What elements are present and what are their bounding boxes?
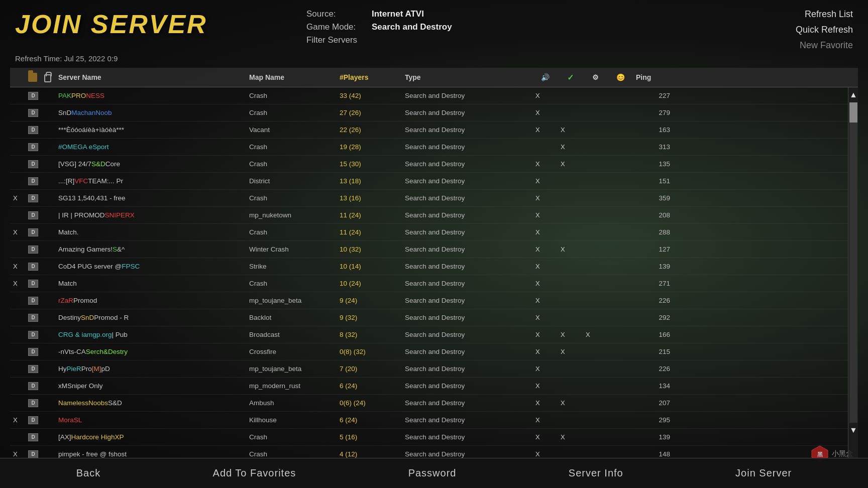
player-count: 13 (18)	[337, 176, 402, 186]
col-c2	[558, 197, 583, 199]
table-row[interactable]: DrZaR Promodmp_toujane_beta9 (24)Search …	[10, 292, 848, 309]
table-row[interactable]: XDCoD4 PUG server @ FPSCStrike10 (14)Sea…	[10, 258, 848, 275]
scroll-thumb[interactable]	[849, 102, 857, 123]
table-row[interactable]: DxM Sniper Onlymp_modern_rust6 (24)Searc…	[10, 378, 848, 395]
map-name: Killhouse	[246, 415, 337, 425]
col-speaker-icon[interactable]	[532, 70, 558, 85]
ping-value: 163	[633, 125, 673, 135]
scroll-down-arrow[interactable]: ▼	[848, 423, 858, 438]
header: JOIN SERVER Refresh Time: Jul 25, 2022 0…	[0, 0, 868, 68]
row-x-col	[10, 146, 25, 148]
server-list: DPAK PRONESSCrash33 (42)Search and Destr…	[10, 87, 848, 458]
actions-section: Refresh List Quick Refresh New Favorite	[742, 9, 853, 51]
col-c4	[608, 197, 633, 199]
col-c4	[608, 453, 633, 455]
back-button[interactable]: Back	[76, 467, 100, 479]
col-c1: X	[532, 193, 558, 203]
server-info-button[interactable]: Server Info	[569, 467, 623, 479]
quick-refresh-button[interactable]: Quick Refresh	[796, 25, 853, 35]
game-type: Search and Destroy	[402, 91, 532, 100]
row-type-icon: D	[25, 142, 40, 152]
col-players[interactable]: #Players	[337, 71, 402, 83]
ping-value: 226	[633, 296, 673, 305]
player-count: 19 (28)	[337, 142, 402, 152]
table-row[interactable]: DNamelessNoobs S&DAmbush0(6) (24)Search …	[10, 395, 848, 412]
table-row[interactable]: XDpimpek - free @ fshostCrash4 (12)Searc…	[10, 446, 848, 458]
row-x-col: X	[10, 279, 25, 288]
table-row[interactable]: D[VSG] 24/7 S&D CoreCrash15 (30)Search a…	[10, 156, 848, 173]
col-c1: X	[532, 313, 558, 322]
row-x-col	[10, 368, 25, 370]
col-c3	[583, 163, 608, 165]
ping-value: 139	[633, 432, 673, 442]
row-type-icon: D	[25, 312, 40, 323]
server-name: MoraSL	[55, 415, 246, 425]
col-c4	[608, 419, 633, 421]
filter-servers-button[interactable]: Filter Servers	[306, 35, 742, 45]
server-name: xM Sniper Only	[55, 381, 246, 391]
col-c1: X	[532, 449, 558, 458]
row-lock-col	[40, 266, 55, 268]
ping-value: 271	[633, 279, 673, 288]
table-row[interactable]: XDMatchCrash10 (24)Search and DestroyX27…	[10, 275, 848, 292]
col-c3	[583, 129, 608, 131]
table-row[interactable]: D#OMEGA eSportCrash19 (28)Search and Des…	[10, 139, 848, 156]
scroll-up-arrow[interactable]: ▲	[848, 87, 858, 102]
table-row[interactable]: D-nVts-CA Serch&DestryCrossfire0(8) (32)…	[10, 343, 848, 360]
table-row[interactable]: D***Èóóoáíèà+ìàóèà***Vacant22 (26)Search…	[10, 121, 848, 139]
col-server-name[interactable]: Server Name	[55, 71, 246, 83]
player-count: 4 (12)	[337, 449, 402, 458]
table-row[interactable]: D[AX] Hardcore HighXPCrash5 (16)Search a…	[10, 429, 848, 446]
table-row[interactable]: DHy PieR Pro [M]pDmp_toujane_beta7 (20)S…	[10, 360, 848, 378]
col-c1: X	[532, 125, 558, 135]
table-row[interactable]: XDMoraSLKillhouse6 (24)Search and Destro…	[10, 412, 848, 429]
scrollbar[interactable]: ▲ ▼	[848, 87, 858, 458]
row-lock-col	[40, 453, 55, 455]
player-count: 6 (24)	[337, 415, 402, 425]
password-button[interactable]: Password	[408, 467, 457, 479]
col-c3	[583, 197, 608, 199]
server-name: rZaR Promod	[55, 296, 246, 305]
add-favorites-button[interactable]: Add To Favorites	[213, 467, 296, 479]
filter-section: Source: Internet ATVI Game Mode: Search …	[306, 9, 742, 45]
map-name: Broadcast	[246, 330, 337, 339]
col-folder-icon	[25, 71, 40, 84]
game-mode-value: Search and Destroy	[372, 22, 452, 32]
col-check-icon[interactable]	[558, 70, 583, 85]
server-name: NamelessNoobs S&D	[55, 398, 246, 408]
row-lock-col	[40, 436, 55, 438]
player-count: 5 (16)	[337, 432, 402, 442]
col-c2	[558, 95, 583, 97]
table-row[interactable]: D...:[R]VFC TEAM:... PrDistrict13 (18)Se…	[10, 173, 848, 190]
row-lock-col	[40, 180, 55, 182]
table-row[interactable]: DSnD MachanNoobCrash27 (26)Search and De…	[10, 104, 848, 121]
new-favorite-button[interactable]: New Favorite	[800, 40, 853, 51]
col-c4	[608, 351, 633, 353]
table-row[interactable]: DCRG & iamgp.org | PubBroadcast8 (32)Sea…	[10, 326, 848, 343]
table-row[interactable]: XDSG13 1,540,431 - freeCrash13 (16)Searc…	[10, 190, 848, 207]
table-row[interactable]: DDestiny SnD Promod - RBacklot9 (32)Sear…	[10, 309, 848, 326]
server-name: Match.	[55, 227, 246, 237]
col-ping[interactable]: Ping	[633, 71, 673, 83]
join-server-button[interactable]: Join Server	[735, 467, 792, 479]
table-row[interactable]: D| IR | PROMOD SNIPERXmp_nuketown11 (24)…	[10, 207, 848, 224]
scroll-track	[849, 102, 857, 423]
col-c3	[583, 146, 608, 148]
col-c1: X	[532, 296, 558, 305]
col-c4	[608, 368, 633, 370]
refresh-list-button[interactable]: Refresh List	[805, 9, 853, 20]
row-type-icon: D	[25, 125, 40, 135]
table-row[interactable]: DPAK PRONESSCrash33 (42)Search and Destr…	[10, 87, 848, 104]
col-map-name[interactable]: Map Name	[246, 71, 337, 83]
col-gear-icon[interactable]	[583, 70, 608, 85]
col-c2	[558, 368, 583, 370]
row-type-icon: D	[25, 329, 40, 340]
row-type-icon: D	[25, 449, 40, 458]
col-c2	[558, 231, 583, 233]
col-type[interactable]: Type	[402, 71, 532, 83]
table-row[interactable]: DAmazing Gamers! S &^Winter Crash10 (32)…	[10, 241, 848, 258]
col-c4	[608, 266, 633, 268]
col-face-icon[interactable]	[608, 70, 633, 85]
row-lock-col	[40, 334, 55, 336]
table-row[interactable]: XDMatch.Crash11 (24)Search and DestroyX2…	[10, 224, 848, 241]
